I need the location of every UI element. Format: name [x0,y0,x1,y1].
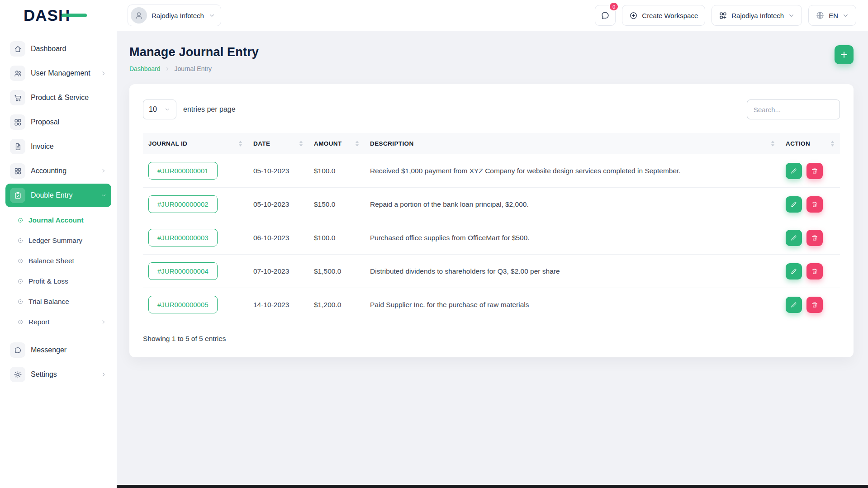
sidebar-subitem-label: Report [28,318,50,326]
messages-badge: 0 [609,2,619,11]
journal-id-link[interactable]: #JUR000000001 [148,162,218,180]
journal-id-link[interactable]: #JUR000000003 [148,229,218,246]
sidebar-item-product-service[interactable]: Product & Service [5,86,111,109]
trash-icon [811,234,818,242]
table-row: #JUR000000004 07-10-2023 $1,500.0 Distri… [143,255,840,288]
chevron-right-icon [100,319,107,325]
users-icon [10,66,25,81]
chevron-down-icon [788,12,795,19]
chevron-down-icon [100,192,107,199]
entries-select-value: 10 [149,105,157,114]
sidebar-item-messenger[interactable]: Messenger [5,338,111,362]
circle-icon [17,319,24,325]
sidebar-item-dashboard[interactable]: Dashboard [5,37,111,61]
messages-button[interactable]: 0 [595,5,616,26]
table-summary: Showing 1 to 5 of 5 entries [143,335,840,343]
add-journal-entry-button[interactable] [835,45,854,64]
app-logo[interactable]: DASH [24,6,91,24]
description-cell: Purchased office supplies from OfficeMar… [365,221,780,255]
edit-button[interactable] [786,263,802,280]
header-date[interactable]: DATE [248,133,308,154]
description-cell: Paid Supplier Inc. for the purchase of r… [365,288,780,322]
edit-button[interactable] [786,196,802,213]
page-header: Manage Journal Entry Dashboard Journal E… [129,45,854,72]
sidebar-item-proposal[interactable]: Proposal [5,110,111,134]
table-row: #JUR000000003 06-10-2023 $100.0 Purchase… [143,221,840,255]
sidebar-subitem-trial-balance[interactable]: Trial Balance [13,291,111,312]
sidebar-item-label: Invoice [31,142,54,151]
description-cell: Received $1,000 payment from XYZ Company… [365,154,780,188]
header-amount[interactable]: AMOUNT [308,133,365,154]
chevron-right-icon [100,70,107,76]
journal-id-link[interactable]: #JUR000000004 [148,262,218,280]
plus-icon [840,50,849,59]
chevron-right-icon [100,371,107,378]
journal-table-card: 10 entries per page JOURNAL ID DATE [129,84,854,357]
sidebar-subitem-label: Journal Account [28,216,84,224]
delete-button[interactable] [806,196,823,213]
pencil-icon [790,268,797,275]
sidebar-subitem-balance-sheet[interactable]: Balance Sheet [13,251,111,271]
delete-button[interactable] [806,297,823,313]
trash-icon [811,301,818,308]
date-cell: 05-10-2023 [248,154,308,188]
create-workspace-label: Create Workspace [642,12,698,19]
company-name: Rajodiya Infotech [731,12,784,19]
amount-cell: $150.0 [308,188,365,221]
chevron-down-icon [842,12,849,19]
table-row: #JUR000000001 05-10-2023 $100.0 Received… [143,154,840,188]
edit-button[interactable] [786,297,802,313]
chat-icon [600,10,610,20]
entries-per-page-select[interactable]: 10 [143,99,176,119]
header-description[interactable]: DESCRIPTION [365,133,780,154]
sidebar-item-settings[interactable]: Settings [5,363,111,386]
language-dropdown[interactable]: EN [808,5,856,26]
journal-id-link[interactable]: #JUR000000005 [148,296,218,313]
user-icon [134,10,144,20]
bottom-edge-strip [0,485,868,488]
header-journal-id[interactable]: JOURNAL ID [143,133,248,154]
create-workspace-button[interactable]: Create Workspace [622,5,705,26]
workspace-selector[interactable]: Rajodiya Infotech [128,5,221,26]
header-action[interactable]: ACTION [780,133,840,154]
journal-id-link[interactable]: #JUR000000002 [148,195,218,213]
delete-button[interactable] [806,163,823,179]
breadcrumb-dashboard-link[interactable]: Dashboard [129,65,161,72]
sidebar-subitem-report[interactable]: Report [13,312,111,332]
sidebar-subitem-journal-account[interactable]: Journal Account [13,210,111,230]
edit-button[interactable] [786,163,802,179]
home-icon [10,41,25,57]
sidebar-subitem-ledger-summary[interactable]: Ledger Summary [13,230,111,251]
circle-icon [17,237,24,244]
sidebar-subitem-profit-loss[interactable]: Profit & Loss [13,271,111,291]
page-title: Manage Journal Entry [129,45,259,59]
date-cell: 06-10-2023 [248,221,308,255]
main-content: Manage Journal Entry Dashboard Journal E… [117,31,868,488]
chevron-down-icon [209,12,215,19]
workspace-grid-icon [719,11,727,20]
edit-button[interactable] [786,230,802,246]
description-cell: Repaid a portion of the bank loan princi… [365,188,780,221]
date-cell: 05-10-2023 [248,188,308,221]
search-input[interactable] [747,99,840,119]
amount-cell: $1,500.0 [308,255,365,288]
table-header-row: JOURNAL ID DATE AMOUNT [143,133,840,154]
gear-icon [10,367,25,382]
entries-per-page-label: entries per page [183,105,236,114]
sidebar-item-invoice[interactable]: Invoice [5,135,111,158]
delete-button[interactable] [806,230,823,246]
sidebar-item-user-management[interactable]: User Management [5,62,111,85]
sidebar-separator [5,335,111,338]
sidebar-item-double-entry[interactable]: Double Entry [5,184,111,207]
company-dropdown[interactable]: Rajodiya Infotech [711,5,802,26]
chevron-right-icon [165,66,171,72]
delete-button[interactable] [806,263,823,280]
sort-icon [238,140,242,147]
sidebar: Dashboard User Management Product & Serv… [0,31,117,488]
breadcrumb-current: Journal Entry [175,65,212,72]
chevron-right-icon [100,168,107,174]
sidebar-item-accounting[interactable]: Accounting [5,159,111,183]
date-cell: 07-10-2023 [248,255,308,288]
chevron-down-icon [164,106,171,113]
amount-cell: $1,200.0 [308,288,365,322]
